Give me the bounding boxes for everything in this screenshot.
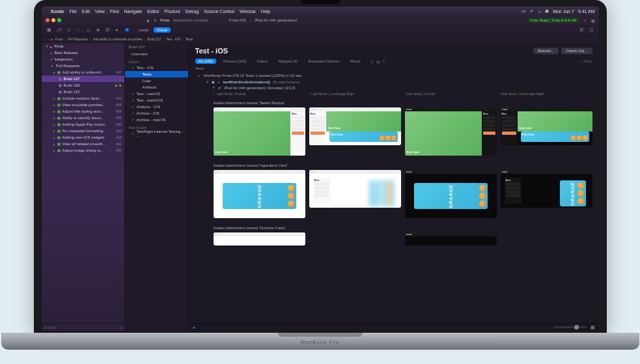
nav-item[interactable]: ▸Ability to identify favou...#35 bbox=[42, 115, 124, 121]
nav-item[interactable]: ▸View all related smooth...#32 bbox=[42, 141, 124, 147]
nav-item[interactable]: ▸Add ability to unfavorit...#37 bbox=[42, 69, 124, 76]
filter-passed[interactable]: Passed (342) bbox=[220, 59, 250, 64]
nav-root[interactable]: ▼▸Fruta bbox=[42, 43, 124, 49]
nav-item[interactable]: ▸Fix metadata formatting#33 bbox=[42, 128, 124, 134]
hierarchy-icon[interactable]: ☰ bbox=[370, 59, 374, 64]
nav-item[interactable]: ▸Include nutrition facts...#31 bbox=[42, 95, 124, 102]
nav-item[interactable]: ▸Adding new iOS widgets#23 bbox=[42, 134, 124, 141]
screenshot-thumb[interactable]: ORANGE bbox=[405, 170, 497, 218]
nav-find-icon[interactable]: ⌕ bbox=[75, 26, 82, 33]
crumb[interactable]: Pull Requests bbox=[68, 37, 88, 41]
crumb[interactable]: Add ability to unfavorite smoothies bbox=[93, 37, 143, 41]
close-icon[interactable] bbox=[46, 18, 49, 22]
outline-item[interactable]: Tests bbox=[125, 71, 188, 77]
nav-item[interactable]: ▸Adjust title styling acro...#38 bbox=[42, 108, 124, 115]
grid-icon[interactable]: ▦ bbox=[591, 325, 595, 330]
nav-item[interactable]: Build 126▲ ● bbox=[42, 82, 124, 89]
nav-debug-icon[interactable]: ☰ bbox=[104, 26, 111, 33]
filter-field[interactable]: Filter bbox=[49, 326, 56, 329]
nav-issue-icon[interactable]: △ bbox=[85, 26, 92, 33]
menu-edit[interactable]: Edit bbox=[82, 9, 90, 14]
screenshot-thumb[interactable]: Menu Kiwi CutieKiwi Cutie bbox=[309, 107, 401, 145]
workflow-row[interactable]: ▼Workflows Fruta iOS UI Tests 1 passed (… bbox=[189, 72, 599, 79]
outline-item[interactable]: ✔Test - iOS bbox=[125, 64, 188, 71]
nav-item[interactable]: ▸Beta Release bbox=[42, 49, 124, 56]
outline-item[interactable]: ✔TestFlight Internal Testing - ... bbox=[125, 130, 188, 137]
nav-symbol-icon[interactable]: ◇ bbox=[65, 26, 72, 33]
menu-find[interactable]: Find bbox=[110, 9, 119, 14]
zoom-slider[interactable] bbox=[554, 326, 587, 328]
plus-icon[interactable]: ＋ bbox=[583, 18, 587, 23]
outline-item[interactable]: ✔Archive - macOS bbox=[125, 117, 188, 123]
filter-failed[interactable]: Failed bbox=[254, 59, 271, 64]
checkout-button[interactable]: Check Out... bbox=[561, 48, 592, 54]
test-row[interactable]: ▼◆⬥testNutritionInformation() 36 attachm… bbox=[189, 79, 599, 85]
menu-xcode[interactable]: Xcode bbox=[51, 9, 64, 14]
screenshot-thumb[interactable]: Kiwi Cutie Menu bbox=[214, 107, 305, 156]
screenshot-thumb[interactable]: MenuORANGE bbox=[309, 170, 401, 208]
minimize-icon[interactable] bbox=[51, 18, 55, 22]
filter-all[interactable]: All (345) bbox=[195, 59, 216, 64]
forward-icon[interactable]: › bbox=[48, 37, 49, 41]
search-icon[interactable]: ⌕ bbox=[538, 9, 541, 14]
scope-icon[interactable]: ● bbox=[193, 325, 195, 329]
stop-button-icon[interactable]: ■ bbox=[154, 18, 157, 22]
nav-item[interactable]: Build 127 bbox=[42, 76, 124, 82]
menu-debug[interactable]: Debug bbox=[186, 9, 199, 14]
device-row[interactable]: ▼✔iPad Air (4th generation) Simulator (1… bbox=[189, 85, 599, 91]
library-icon[interactable]: ▦ bbox=[591, 18, 595, 23]
battery-icon[interactable]: ▭ bbox=[522, 8, 526, 14]
screenshot-thumb[interactable] bbox=[214, 232, 305, 245]
outline-item[interactable]: Logs bbox=[125, 77, 188, 84]
crumb[interactable]: Test - iOS bbox=[166, 37, 180, 41]
outline-item[interactable]: ✔Test - macOS bbox=[125, 91, 188, 97]
rebuild-button[interactable]: Rebuild... bbox=[533, 48, 559, 54]
filter-skipped[interactable]: Skipped (4) bbox=[275, 59, 301, 64]
menu-file[interactable]: File bbox=[70, 9, 77, 14]
screenshot-thumb[interactable]: ORANGE bbox=[214, 170, 305, 218]
outline-item[interactable]: ✔Test - watchOS bbox=[125, 97, 188, 104]
download-icon[interactable]: ⬇ bbox=[120, 326, 122, 329]
menu-help[interactable]: Help bbox=[261, 9, 270, 14]
nav-item[interactable]: ▸Integration bbox=[42, 56, 124, 63]
run-button-icon[interactable]: ▶ bbox=[147, 18, 150, 23]
filter-icon[interactable]: ⊕ bbox=[44, 326, 47, 329]
overview-item[interactable]: Overview bbox=[125, 51, 188, 57]
menu-editor[interactable]: Editor bbox=[147, 9, 159, 14]
crumb[interactable]: Tests bbox=[186, 37, 193, 41]
nav-item[interactable]: ▸View smoothie purchas...#29 bbox=[42, 102, 124, 108]
menu-navigate[interactable]: Navigate bbox=[124, 9, 143, 14]
back-icon[interactable]: ‹ bbox=[46, 37, 47, 41]
crumb[interactable]: Fruta bbox=[55, 37, 63, 41]
outline-item[interactable]: Artifacts bbox=[125, 84, 188, 91]
filter-input[interactable]: Filter bbox=[583, 59, 592, 63]
inspectors-icon[interactable]: ◫ bbox=[588, 26, 595, 33]
outline-item[interactable]: ✔Archive - iOS bbox=[125, 110, 188, 117]
zoom-icon[interactable] bbox=[57, 18, 61, 22]
crumb[interactable]: Build 127 bbox=[148, 37, 161, 41]
local-tab[interactable]: Local bbox=[136, 27, 152, 33]
menu-product[interactable]: Product bbox=[164, 9, 180, 14]
device-selector[interactable]: iPad Air (4th generation) bbox=[255, 18, 297, 22]
menubar-date[interactable]: Mon Jun 7 bbox=[553, 9, 574, 14]
nav-item[interactable]: ▸Adjust image tinting st...#30 bbox=[42, 147, 124, 154]
nav-report-icon[interactable]: ☗ bbox=[124, 26, 131, 33]
scheme-selector[interactable]: Fruta iOS bbox=[229, 18, 246, 22]
nav-breakpoint-icon[interactable]: ▸ bbox=[114, 26, 121, 33]
nav-source-icon[interactable]: ⎇ bbox=[55, 26, 63, 33]
nav-item[interactable]: ▸Adding Apple Pay button#36 bbox=[42, 121, 124, 128]
wifi-icon[interactable]: ᯤ bbox=[530, 9, 535, 14]
screenshot-thumb[interactable]: Menu Kiwi CutieKiwi Cutie bbox=[501, 107, 592, 145]
flat-icon[interactable]: ▤ bbox=[376, 59, 380, 64]
filter-expected[interactable]: Expected Failures bbox=[305, 59, 343, 64]
attachment-icon[interactable]: ⎘ bbox=[383, 59, 385, 64]
nav-test-icon[interactable]: ◈ bbox=[94, 26, 102, 33]
nav-item[interactable]: ▼Pull Requests bbox=[42, 63, 124, 69]
screenshot-thumb[interactable] bbox=[405, 232, 497, 245]
screenshot-thumb[interactable]: Kiwi Cutie Menu bbox=[405, 107, 497, 156]
menu-source-control[interactable]: Source Control bbox=[204, 9, 234, 14]
cloud-tab[interactable]: Cloud bbox=[154, 27, 171, 33]
editor-options-icon[interactable]: ☰ bbox=[578, 26, 585, 33]
menu-window[interactable]: Window bbox=[240, 9, 256, 14]
nav-item[interactable]: Build 125 bbox=[42, 89, 124, 95]
